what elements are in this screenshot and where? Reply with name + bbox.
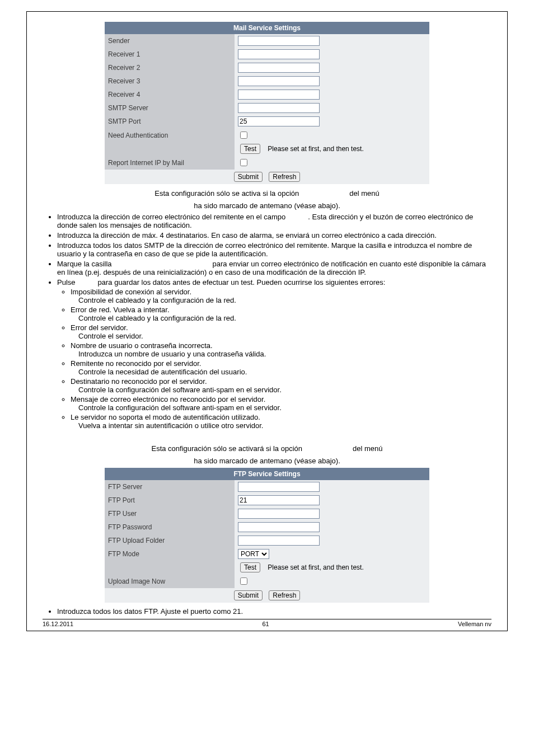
mail-refresh-button[interactable]: Refresh — [269, 172, 300, 182]
input-receiver1[interactable] — [238, 49, 320, 59]
ftp-settings-header: FTP Service Settings — [105, 468, 429, 480]
bullet-report: Marque la casillapara enviar un correo e… — [57, 260, 491, 276]
bullet-test: Pulsepara guardar los datos antes de efe… — [57, 278, 491, 430]
error-conn: Imposibilidad de conexión al servidor.Co… — [71, 288, 491, 304]
input-receiver2[interactable] — [238, 63, 320, 73]
label-ftp-password: FTP Password — [105, 520, 235, 534]
ftp-refresh-button[interactable]: Refresh — [269, 590, 300, 600]
ftp-test-button[interactable]: Test — [240, 562, 260, 572]
input-smtp-server[interactable] — [238, 103, 320, 113]
error-list: Imposibilidad de conexión al servidor.Co… — [71, 288, 491, 430]
error-message: Mensaje de correo electrónico no reconoc… — [71, 395, 491, 412]
label-smtp-port: SMTP Port — [105, 115, 235, 128]
mail-bullet-list: Introduzca la dirección de correo electr… — [57, 213, 491, 430]
bullet-receivers: Introduzca la dirección de máx. 4 destin… — [57, 231, 491, 240]
label-receiver1: Receiver 1 — [105, 48, 235, 61]
label-receiver2: Receiver 2 — [105, 61, 235, 74]
input-ftp-folder[interactable] — [238, 536, 320, 546]
label-receiver4: Receiver 4 — [105, 88, 235, 101]
label-report-ip: Report Internet IP by Mail — [105, 156, 235, 170]
mail-test-button[interactable]: Test — [240, 144, 260, 154]
label-sender: Sender — [105, 34, 235, 48]
error-sender: Remitente no reconocido por el servidor.… — [71, 359, 491, 376]
error-server: Error del servidor.Controle el servidor. — [71, 323, 491, 340]
document-page: Mail Service Settings Sender Receiver 1 … — [26, 11, 508, 631]
label-receiver3: Receiver 3 — [105, 74, 235, 88]
bullet-ftp-data: Introduzca todos los datos FTP. Ajuste e… — [57, 607, 491, 616]
footer-date: 16.12.2011 — [43, 621, 73, 627]
mail-intro-line1: Esta configuración sólo se activa si la … — [43, 189, 491, 199]
mail-intro-line2: ha sido marcado de antemano (véase abajo… — [43, 201, 491, 211]
label-ftp-server: FTP Server — [105, 480, 235, 494]
error-net: Error de red. Vuelva a intentar.Controle… — [71, 306, 491, 322]
label-upload-now: Upload Image Now — [105, 574, 235, 588]
mail-settings-header: Mail Service Settings — [105, 22, 429, 34]
select-ftp-mode[interactable]: PORT — [238, 549, 269, 559]
input-ftp-server[interactable] — [238, 482, 320, 492]
label-ftp-port: FTP Port — [105, 494, 235, 507]
input-receiver4[interactable] — [238, 90, 320, 100]
ftp-test-note: Please set at first, and then test. — [268, 564, 363, 571]
bullet-sender: Introduzca la dirección de correo electr… — [57, 213, 491, 229]
label-ftp-folder: FTP Upload Folder — [105, 534, 235, 547]
ftp-intro-line2: ha sido marcado de antemano (véase abajo… — [43, 456, 491, 466]
ftp-intro-line1: Esta configuración sólo se activará si l… — [43, 444, 491, 454]
footer-page: 61 — [262, 621, 269, 627]
input-ftp-password[interactable] — [238, 522, 320, 532]
mail-settings-table: Mail Service Settings Sender Receiver 1 … — [105, 22, 429, 184]
label-need-auth: Need Authentication — [105, 128, 235, 142]
input-smtp-port[interactable] — [238, 116, 320, 126]
label-test-row — [105, 142, 235, 156]
input-ftp-port[interactable] — [238, 495, 320, 505]
error-recipient: Destinatario no reconocido por el servid… — [71, 377, 491, 394]
input-ftp-user[interactable] — [238, 509, 320, 519]
label-ftp-user: FTP User — [105, 507, 235, 520]
mail-test-note: Please set at first, and then test. — [268, 145, 363, 153]
bullet-smtp: Introduzca todos los datos SMTP de la di… — [57, 241, 491, 258]
ftp-settings-table: FTP Service Settings FTP Server FTP Port… — [105, 468, 429, 603]
ftp-bullet-list: Introduzca todos los datos FTP. Ajuste e… — [57, 607, 491, 616]
ftp-submit-button[interactable]: Submit — [234, 590, 263, 600]
input-receiver3[interactable] — [238, 76, 320, 86]
label-ftp-mode: FTP Mode — [105, 547, 235, 561]
checkbox-need-auth[interactable] — [240, 132, 247, 139]
mail-submit-button[interactable]: Submit — [234, 172, 263, 182]
checkbox-upload-now[interactable] — [240, 577, 247, 585]
page-footer: 16.12.2011 61 Velleman nv — [43, 619, 491, 627]
error-authmode: Le servidor no soporta el modo de autent… — [71, 413, 491, 430]
input-sender[interactable] — [238, 36, 320, 46]
error-userpass: Nombre de usuario o contraseña incorrect… — [71, 341, 491, 358]
label-smtp-server: SMTP Server — [105, 101, 235, 115]
footer-brand: Velleman nv — [458, 621, 491, 627]
checkbox-report-ip[interactable] — [240, 159, 247, 166]
label-ftp-test-row — [105, 561, 235, 574]
